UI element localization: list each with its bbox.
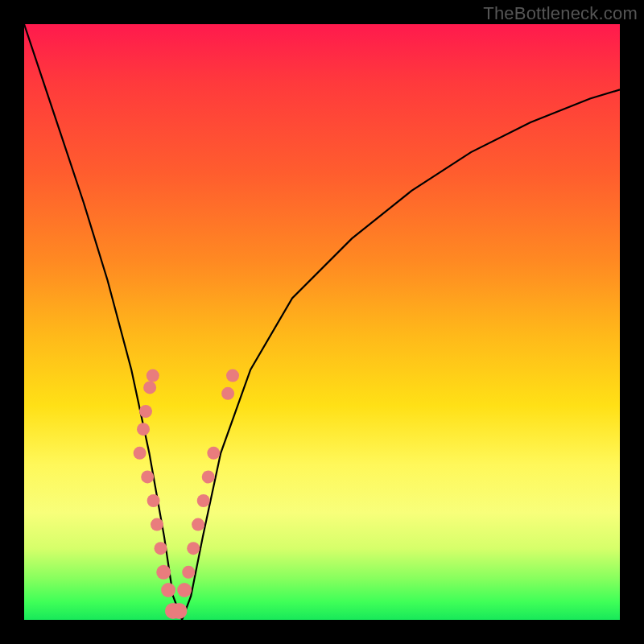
bead [139,405,152,418]
bead [207,447,220,460]
bead [134,447,147,460]
bead [155,542,167,555]
bead-markers [134,369,239,619]
bead [187,542,200,555]
bead [171,603,187,619]
bead [182,566,195,579]
bead [137,423,150,436]
bead [147,369,159,382]
curve-layer [24,24,620,620]
bead [177,583,192,597]
bead [143,381,156,394]
bead [192,518,204,531]
bead [202,470,215,483]
bead [221,387,234,400]
bead [226,369,239,382]
bead [147,494,160,507]
chart-frame: TheBottleneck.com [0,0,644,644]
bottleneck-curve [24,24,620,620]
watermark-text: TheBottleneck.com [483,3,638,24]
plot-area [24,24,620,620]
bead [151,518,163,531]
bead [141,470,154,483]
bead [197,494,210,507]
bead [156,565,171,580]
bead [161,583,175,597]
